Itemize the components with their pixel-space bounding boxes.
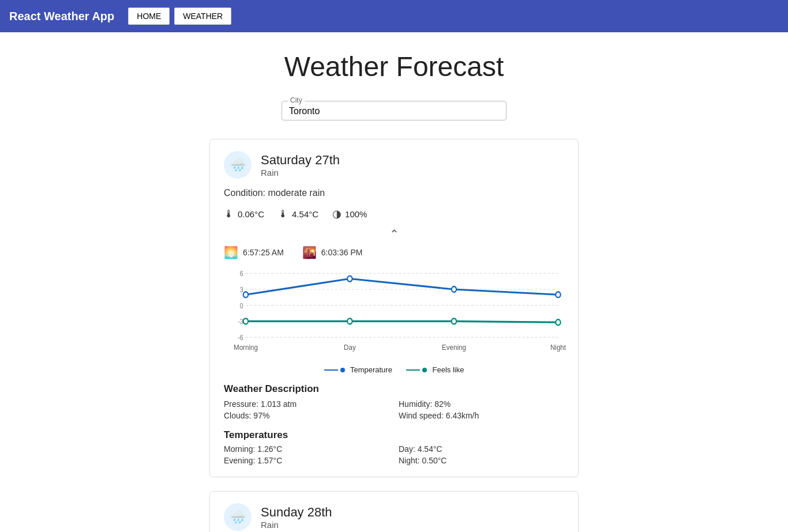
svg-text:Morning: Morning bbox=[234, 343, 258, 352]
chevron-toggle[interactable]: ⌃ bbox=[224, 227, 564, 241]
svg-point-14 bbox=[243, 292, 248, 297]
temp-night: Night: 0.50°C bbox=[399, 456, 564, 465]
legend-temp-label: Temperature bbox=[348, 365, 392, 374]
card-day: Saturday 27th bbox=[261, 153, 340, 168]
min-temp-item: 🌡 0.06°C bbox=[224, 208, 264, 220]
chart-container: -6-3036 MorningDayEveningNight bbox=[224, 266, 564, 361]
max-temp-item: 🌡 4.54°C bbox=[278, 208, 318, 220]
wind-speed: Wind speed: 6.43km/h bbox=[399, 411, 564, 420]
card-header-text: Saturday 27th Rain bbox=[261, 153, 340, 178]
sunset-icon: 🌇 bbox=[302, 246, 317, 259]
svg-text:Night: Night bbox=[550, 343, 566, 352]
temp-day: Day: 4.54°C bbox=[399, 444, 564, 454]
weather-button[interactable]: WEATHER bbox=[174, 7, 231, 25]
desc-grid: Pressure: 1.013 atm Humidity: 82% Clouds… bbox=[224, 399, 564, 420]
max-temp-value: 4.54°C bbox=[292, 209, 318, 219]
page-title: Weather Forecast bbox=[22, 51, 766, 82]
temp-morning: Morning: 1.26°C bbox=[224, 444, 389, 454]
humidity-desc: Humidity: 82% bbox=[399, 399, 564, 409]
weather-icon-circle: 🌧️ bbox=[224, 503, 252, 531]
svg-text:0: 0 bbox=[240, 302, 243, 310]
home-button[interactable]: HOME bbox=[128, 7, 170, 25]
max-temp-icon: 🌡 bbox=[278, 208, 288, 220]
temperatures-title: Temperatures bbox=[224, 429, 564, 441]
sunset-time: 6:03:36 PM bbox=[321, 248, 363, 257]
cards-row: 🌧️ Saturday 27th Rain Condition: moderat… bbox=[22, 139, 766, 532]
temp-evening: Evening: 1.57°C bbox=[224, 456, 389, 465]
sun-row: 🌅 6:57:25 AM 🌇 6:03:36 PM bbox=[224, 246, 564, 259]
svg-point-20 bbox=[452, 318, 456, 324]
sunset-item: 🌇 6:03:36 PM bbox=[302, 246, 363, 259]
svg-point-19 bbox=[347, 318, 352, 324]
card-condition-label: Rain bbox=[261, 520, 332, 530]
svg-text:-6: -6 bbox=[238, 334, 243, 341]
card-condition-label: Rain bbox=[261, 168, 340, 178]
weather-card-saturday: 🌧️ Saturday 27th Rain Condition: moderat… bbox=[209, 139, 579, 477]
app-title: React Weather App bbox=[9, 10, 114, 23]
condition-detail: Condition: moderate rain bbox=[224, 188, 564, 198]
min-temp-value: 0.06°C bbox=[238, 209, 264, 219]
weather-desc-section: Weather Description Pressure: 1.013 atm … bbox=[224, 383, 564, 420]
svg-point-16 bbox=[452, 286, 456, 292]
svg-point-15 bbox=[347, 276, 352, 282]
humidity-item: ◑ 100% bbox=[332, 207, 367, 220]
svg-text:Evening: Evening bbox=[442, 343, 466, 352]
min-temp-icon: 🌡 bbox=[224, 208, 234, 220]
sunrise-time: 6:57:25 AM bbox=[243, 248, 284, 257]
pressure: Pressure: 1.013 atm bbox=[224, 399, 389, 409]
sunrise-item: 🌅 6:57:25 AM bbox=[224, 246, 284, 259]
navbar: React Weather App HOME WEATHER bbox=[0, 0, 788, 32]
weather-card-sunday: 🌧️ Sunday 28th Rain Condition: light rai… bbox=[209, 491, 579, 532]
svg-text:6: 6 bbox=[240, 270, 243, 277]
sunrise-icon: 🌅 bbox=[224, 246, 238, 259]
clouds: Clouds: 97% bbox=[224, 411, 389, 420]
weather-icon-circle: 🌧️ bbox=[224, 151, 252, 179]
legend-temperature: Temperature bbox=[324, 365, 392, 374]
card-header: 🌧️ Sunday 28th Rain bbox=[224, 503, 564, 531]
humidity-icon: ◑ bbox=[332, 207, 342, 220]
city-input-wrapper: City bbox=[282, 101, 506, 120]
svg-point-18 bbox=[243, 318, 248, 324]
weather-desc-title: Weather Description bbox=[224, 383, 564, 395]
humidity-value: 100% bbox=[345, 209, 367, 219]
temperatures-section: Temperatures Morning: 1.26°C Day: 4.54°C… bbox=[224, 429, 564, 465]
svg-point-17 bbox=[556, 292, 560, 297]
card-header: 🌧️ Saturday 27th Rain bbox=[224, 151, 564, 179]
city-input[interactable] bbox=[289, 106, 499, 116]
legend-feels-like: Feels like bbox=[406, 365, 464, 374]
temp-row: 🌡 0.06°C 🌡 4.54°C ◑ 100% bbox=[224, 207, 564, 220]
svg-point-21 bbox=[556, 319, 560, 325]
svg-text:Day: Day bbox=[344, 343, 356, 352]
legend-feels-label: Feels like bbox=[430, 365, 464, 374]
temps-grid: Morning: 1.26°C Day: 4.54°C Evening: 1.5… bbox=[224, 444, 564, 465]
main-content: Weather Forecast City 🌧️ Saturday 27th R… bbox=[13, 32, 775, 532]
card-header-text: Sunday 28th Rain bbox=[261, 505, 332, 530]
svg-text:3: 3 bbox=[240, 286, 243, 293]
svg-text:-3: -3 bbox=[238, 318, 243, 326]
chart-legend: Temperature Feels like bbox=[224, 365, 564, 374]
card-day: Sunday 28th bbox=[261, 505, 332, 520]
city-label: City bbox=[288, 96, 305, 104]
